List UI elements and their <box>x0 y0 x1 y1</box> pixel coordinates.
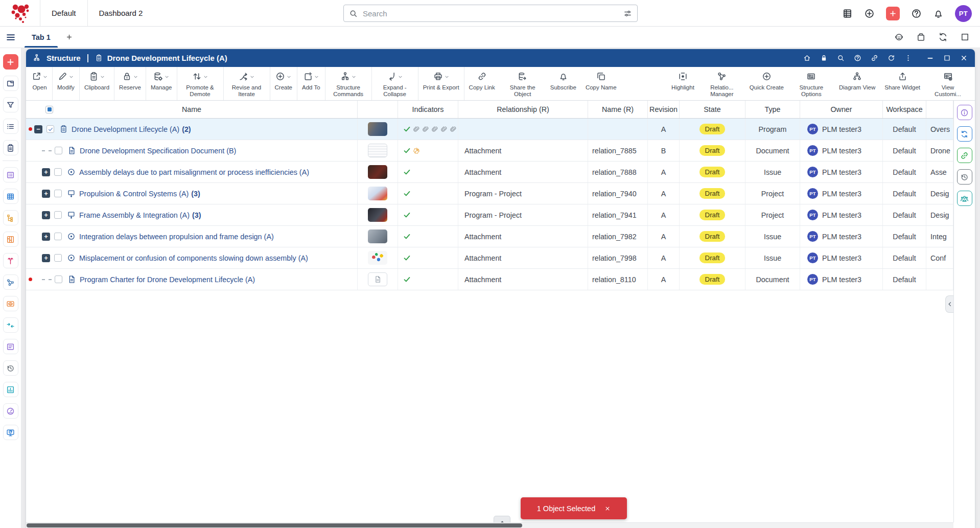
grid-view-icon[interactable] <box>3 189 18 204</box>
windows-icon[interactable] <box>3 76 18 91</box>
thumbnail[interactable] <box>368 251 387 265</box>
relatio-manager-button[interactable]: Relatio... Manager <box>699 67 745 100</box>
highlight-button[interactable]: Highlight <box>667 67 699 100</box>
copy-link-icon[interactable] <box>871 54 878 62</box>
diagram-view-button[interactable]: Diagram View <box>834 67 880 100</box>
table-row[interactable]: +Misplacement or confusion of components… <box>26 247 953 269</box>
row-checkbox[interactable] <box>54 190 62 197</box>
more-icon[interactable] <box>904 54 912 62</box>
promote-demote-button[interactable]: Promote & Demote <box>177 67 224 100</box>
tab-1[interactable]: Tab 1 <box>21 27 61 48</box>
chevron-down-icon[interactable] <box>100 75 105 79</box>
add-to-button[interactable]: Add To <box>297 67 325 100</box>
clipboard-icon[interactable] <box>3 140 18 155</box>
share-the-object-button[interactable]: Share the Object <box>500 67 546 100</box>
global-search[interactable] <box>343 5 638 22</box>
expand-toggle[interactable]: + <box>42 254 50 262</box>
table-row[interactable]: Program Charter for Drone Development Li… <box>26 269 953 290</box>
thumbnail[interactable] <box>368 272 387 286</box>
list-view-icon[interactable] <box>3 119 18 134</box>
revise-and-iterate-button[interactable]: Revise and Iterate <box>224 67 270 100</box>
gauge-view-icon[interactable] <box>3 403 18 419</box>
team-panel-icon[interactable] <box>957 191 972 206</box>
thumbnail[interactable] <box>368 144 387 157</box>
select-all-checkbox[interactable] <box>45 106 53 113</box>
assistant-icon[interactable] <box>894 32 904 42</box>
share-widget-button[interactable]: Share Widget <box>880 67 925 100</box>
form-view-icon[interactable] <box>3 167 18 182</box>
column-header-name[interactable]: Name <box>26 101 358 118</box>
chevron-down-icon[interactable] <box>133 75 138 79</box>
tree-view-icon[interactable] <box>3 210 18 225</box>
history-panel-icon[interactable] <box>957 169 972 185</box>
search-filter-icon[interactable] <box>623 9 632 18</box>
chevron-down-icon[interactable] <box>69 75 74 79</box>
notifications-icon[interactable] <box>933 8 944 19</box>
preview-icon[interactable] <box>3 296 18 311</box>
print-export-button[interactable]: Print & Export <box>418 67 464 100</box>
info-panel-icon[interactable] <box>957 105 972 120</box>
table-row[interactable]: +Frame Assembly & Integration (A)(3)Prog… <box>26 204 953 226</box>
column-header-type[interactable]: Type <box>745 101 800 118</box>
table-row[interactable]: +Assembly delays due to part misalignmen… <box>26 162 953 183</box>
clipboard-button[interactable]: Clipboard <box>80 67 114 100</box>
menu-dashboard-2[interactable]: Dashboard 2 <box>87 0 154 26</box>
column-header-indicators[interactable]: Indicators <box>398 101 458 118</box>
help-icon[interactable] <box>911 8 922 19</box>
quick-add-button[interactable] <box>886 7 900 20</box>
column-header-name-r[interactable]: Name (R) <box>588 101 648 118</box>
item-name-link[interactable]: Integration delays between propulsion an… <box>79 233 274 241</box>
app-logo[interactable] <box>0 0 40 26</box>
chevron-down-icon[interactable] <box>287 75 291 79</box>
search-input[interactable] <box>362 9 619 18</box>
user-avatar[interactable]: PT <box>955 5 972 22</box>
thumbnail[interactable] <box>368 208 387 222</box>
column-header-revision[interactable]: Revision <box>648 101 680 118</box>
add-circle-icon[interactable] <box>864 8 875 19</box>
thumbnail[interactable] <box>368 122 387 136</box>
create-new-button[interactable] <box>3 54 18 70</box>
thumbnail[interactable] <box>368 229 387 243</box>
table-row[interactable]: Drone Development Specification Document… <box>26 140 953 162</box>
expand-toggle[interactable]: + <box>42 211 50 219</box>
help-window-icon[interactable] <box>854 54 861 62</box>
sync-tabs-icon[interactable] <box>938 32 948 42</box>
column-header-blank[interactable] <box>926 101 953 118</box>
main-menu-icon[interactable] <box>0 27 21 48</box>
search-window-icon[interactable] <box>837 54 845 62</box>
maximize-icon[interactable] <box>943 54 951 62</box>
item-name-link[interactable]: Drone Development Specification Document… <box>80 147 236 155</box>
sync-panel-icon[interactable] <box>957 126 972 142</box>
link-panel-icon[interactable] <box>957 148 972 163</box>
copy-link-button[interactable]: Copy Link <box>464 67 500 100</box>
expand-toggle[interactable]: + <box>42 168 50 176</box>
collapse-toggle[interactable]: − <box>34 125 42 133</box>
close-toast-icon[interactable] <box>604 506 611 512</box>
chevron-down-icon[interactable] <box>250 75 254 79</box>
structure-commands-button[interactable]: Structure Commands <box>325 67 372 100</box>
table-row[interactable]: +Propulsion & Control Systems (A)(3)Prog… <box>26 183 953 204</box>
table-row[interactable]: +Integration delays between propulsion a… <box>26 226 953 247</box>
column-header-owner[interactable]: Owner <box>800 101 883 118</box>
item-name-link[interactable]: Drone Development Lifecycle (A) <box>72 125 179 133</box>
branch-view-icon[interactable] <box>3 253 18 268</box>
expand-collapse-button[interactable]: Expand - Collapse <box>372 67 418 100</box>
chevron-down-icon[interactable] <box>203 75 208 79</box>
history-icon[interactable] <box>3 360 18 376</box>
close-icon[interactable] <box>960 54 968 62</box>
merge-view-icon[interactable] <box>3 317 18 333</box>
board-view-icon[interactable] <box>3 232 18 247</box>
window-titlebar[interactable]: Structure Drone Development Lifecycle (A… <box>26 49 975 67</box>
row-checkbox[interactable] <box>46 125 54 133</box>
expand-toggle[interactable]: + <box>42 190 50 198</box>
reserve-button[interactable]: Reserve <box>114 67 146 100</box>
chevron-down-icon[interactable] <box>352 75 356 79</box>
home-icon[interactable] <box>803 54 811 62</box>
horizontal-scrollbar[interactable] <box>26 522 953 528</box>
filter-icon[interactable] <box>3 97 18 112</box>
package-icon[interactable] <box>916 32 926 42</box>
row-checkbox[interactable] <box>54 254 62 262</box>
row-checkbox[interactable] <box>54 233 62 240</box>
copy-name-button[interactable]: Copy Name <box>581 67 621 100</box>
item-name-link[interactable]: Propulsion & Control Systems (A) <box>79 190 189 198</box>
